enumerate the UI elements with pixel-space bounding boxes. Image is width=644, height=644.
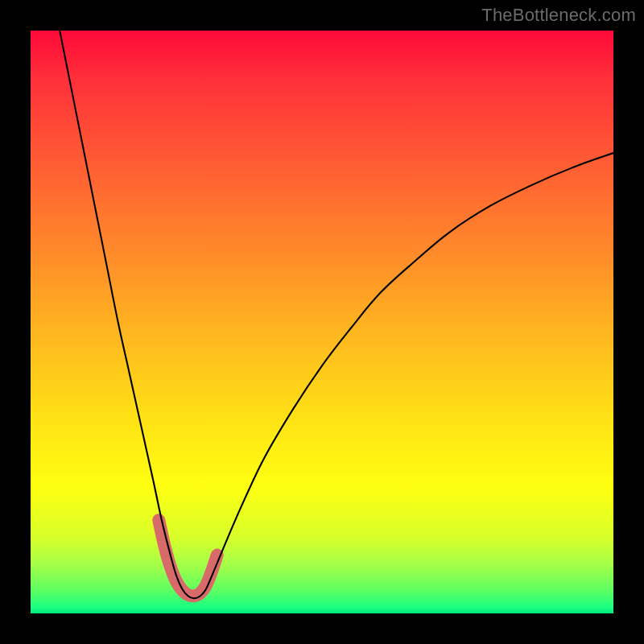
bottleneck-curve-series: [60, 31, 613, 598]
curve-svg: [31, 31, 613, 613]
chart-frame: TheBottleneck.com: [0, 0, 644, 644]
watermark-text: TheBottleneck.com: [481, 5, 636, 26]
plot-area: [31, 31, 613, 613]
